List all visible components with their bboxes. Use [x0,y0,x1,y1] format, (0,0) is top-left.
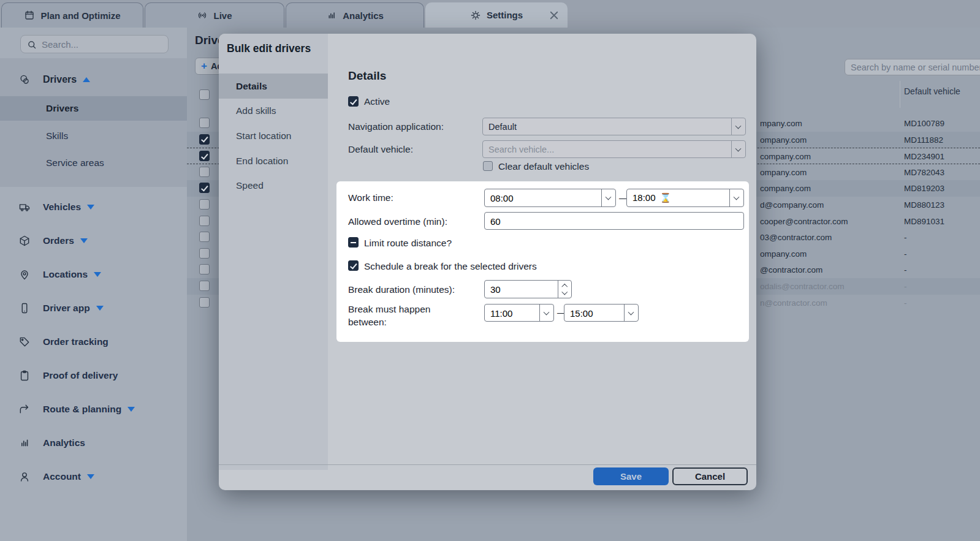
default-vehicle-label: Default vehicle: [348,144,413,155]
row-email: mpany.com [760,115,802,132]
route-icon [18,403,31,415]
select-all-checkbox[interactable] [199,89,210,100]
work-end-select[interactable]: 18:00⌛ [626,189,744,207]
chevron-up-icon [83,77,90,82]
row-default-vehicle: MD880123 [904,197,944,213]
sidebar-item-locations[interactable]: Locations [0,264,187,285]
driver-icon [18,74,31,86]
row-checkbox[interactable] [199,183,210,193]
navigation-application-select[interactable]: Default [482,118,746,135]
work-time-spotlight: Work time: 08:00 — 18:00⌛ Allowed overti… [336,181,749,342]
chevron-down-icon [96,306,104,311]
sidebar-item-label: Drivers [46,103,78,114]
sidebar-item-label: Drivers [43,74,77,85]
close-icon[interactable] [549,10,560,21]
break-duration-input[interactable]: 30 [484,280,572,298]
cancel-button[interactable]: Cancel [672,467,748,485]
row-email: cooper@contractor.com [760,213,848,230]
default-vehicle-select[interactable]: Search vehicle... [482,140,746,158]
sidebar-item-label: Service areas [46,157,104,168]
schedule-break-checkbox[interactable] [348,260,359,271]
modal-title: Bulk edit drivers [227,42,311,55]
navigation-application-label: Navigation application: [348,121,444,132]
row-email: @contractor.com [760,262,822,278]
active-checkbox[interactable] [348,96,359,107]
sidebar-item-drivers[interactable]: Drivers [0,96,187,121]
row-checkbox[interactable] [199,216,210,226]
row-checkbox[interactable] [199,232,210,242]
tab-live[interactable]: Live [145,2,284,28]
box-icon [18,235,31,247]
row-default-vehicle: - [904,262,907,278]
clear-default-vehicles-checkbox[interactable] [483,161,493,171]
schedule-break-label: Schedule a break for the selected driver… [364,261,537,272]
sidebar-item-proof-of-delivery[interactable]: Proof of delivery [0,365,187,386]
limit-route-distance-checkbox[interactable] [348,237,359,248]
break-end-select[interactable]: 15:00 [564,304,639,322]
row-checkbox[interactable] [199,151,210,161]
row-checkbox[interactable] [199,199,210,210]
plus-icon: + [201,60,207,72]
modal-tab-start-location[interactable]: Start location [219,123,328,148]
chevron-down-icon [87,205,94,210]
allowed-overtime-input[interactable]: 60 [484,212,744,230]
row-email: ompany.com [760,246,807,262]
truck-icon [18,201,31,213]
row-checkbox[interactable] [199,248,210,259]
save-button[interactable]: Save [593,467,669,485]
sidebar-item-label: Driver app [43,303,90,314]
tab-settings[interactable]: Settings [425,2,568,28]
sidebar-item-label: Locations [43,269,88,280]
sidebar-item-service-areas[interactable]: Service areas [0,153,187,173]
row-default-vehicle: - [904,229,907,246]
row-checkbox[interactable] [199,134,210,145]
sidebar-item-vehicles[interactable]: Vehicles [0,197,187,218]
sidebar-item-label: Proof of delivery [43,370,118,381]
row-checkbox[interactable] [199,264,210,274]
row-checkbox[interactable] [199,297,210,308]
row-checkbox[interactable] [199,281,210,291]
tab-bar: Plan and OptimizeLiveAnalyticsSettings [0,0,980,28]
sidebar-item-analytics[interactable]: Analytics [0,433,187,453]
tab-label: Settings [487,10,523,20]
tab-label: Plan and Optimize [40,10,120,21]
modal-nav: DetailsAdd skillsStart locationEnd locat… [219,34,328,470]
sidebar-item-order-tracking[interactable]: Order tracking [0,331,187,352]
table-search-input[interactable] [845,59,980,75]
row-default-vehicle: - [904,278,907,295]
sidebar-item-skills[interactable]: Skills [0,126,187,146]
number-stepper[interactable] [558,281,571,298]
chevron-down-icon [624,305,638,321]
row-default-vehicle: MD100789 [904,115,944,132]
sidebar-item-route-planning[interactable]: Route & planning [0,399,187,420]
details-heading: Details [348,69,386,83]
chevron-down-icon [601,189,615,206]
sidebar-search[interactable] [20,35,169,53]
tab-analytics[interactable]: Analytics [286,2,424,28]
row-checkbox[interactable] [199,167,210,177]
sidebar-item-drivers[interactable]: Drivers [0,69,187,90]
row-checkbox[interactable] [199,118,210,128]
limit-route-distance-label: Limit route distance? [364,238,452,249]
modal-tab-details[interactable]: Details [219,74,328,99]
chevron-down-icon [94,272,101,277]
modal-tab-end-location[interactable]: End location [219,148,328,173]
analytics-icon [18,437,31,449]
break-start-select[interactable]: 11:00 [484,304,554,322]
sidebar-item-account[interactable]: Account [0,466,187,487]
sidebar-item-label: Order tracking [43,336,108,347]
sidebar-item-label: Vehicles [43,202,81,213]
footer-divider [219,464,756,465]
tab-plan-and-optimize[interactable]: Plan and Optimize [1,2,143,28]
sidebar-search-input[interactable] [42,36,164,53]
row-default-vehicle: - [904,295,907,311]
clear-default-vehicles-label: Clear default vehicles [498,161,589,172]
modal-tab-speed[interactable]: Speed [219,173,328,199]
work-start-select[interactable]: 08:00 [484,189,616,207]
allowed-overtime-label: Allowed overtime (min): [348,216,447,227]
sidebar-item-orders[interactable]: Orders [0,230,187,251]
chevron-down-icon [729,189,743,206]
row-default-vehicle: MD819203 [904,180,944,197]
sidebar-item-driver-app[interactable]: Driver app [0,298,187,319]
modal-tab-add-skills[interactable]: Add skills [219,99,328,124]
